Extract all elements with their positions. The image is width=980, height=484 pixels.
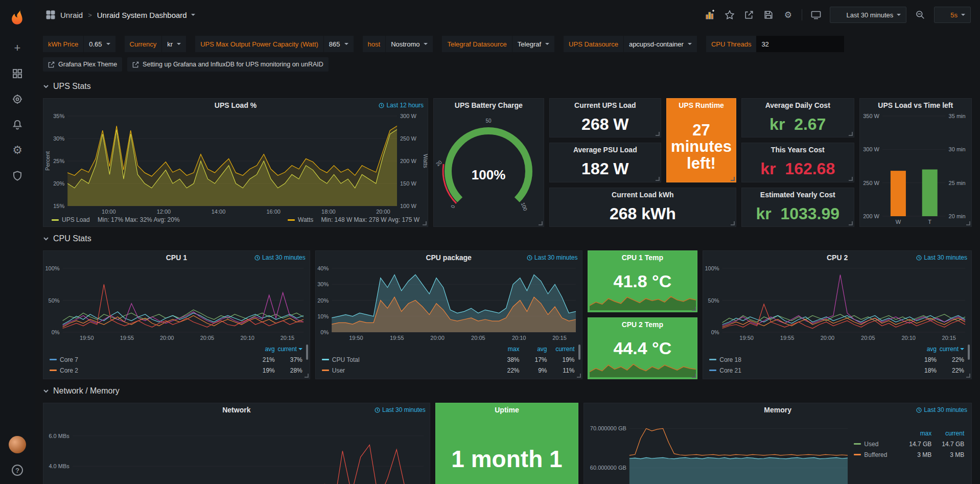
- legend-item[interactable]: UPS Load Min: 17% Max: 32% Avg: 20%: [52, 216, 180, 223]
- panel-title[interactable]: CPU 2 Temp: [622, 320, 663, 329]
- ups-vs-time-bars[interactable]: 200 W250 W300 W350 W20 min25 min30 min35…: [860, 112, 971, 226]
- zoom-out-icon[interactable]: [915, 9, 926, 20]
- svg-text:19:55: 19:55: [120, 335, 134, 341]
- add-panel-icon[interactable]: [705, 9, 716, 20]
- help-icon[interactable]: ?: [12, 465, 23, 476]
- legend-row: User 22%9%11%: [322, 365, 575, 376]
- panel-title[interactable]: CPU 1 Temp: [622, 253, 663, 262]
- configuration-gear-icon[interactable]: ⚙: [11, 144, 24, 156]
- legend-col-max[interactable]: max: [899, 430, 931, 437]
- svg-text:0%: 0%: [320, 329, 329, 335]
- legend-col-current[interactable]: current: [275, 345, 302, 353]
- variable-value-dropdown[interactable]: apcupsd-container: [624, 36, 697, 52]
- legend-col-avg[interactable]: avg: [909, 345, 937, 353]
- panel-title[interactable]: Average PSU Load: [573, 146, 637, 154]
- panel-title[interactable]: UPS Load vs Time left: [878, 101, 953, 109]
- panel-title[interactable]: Uptime: [495, 406, 519, 414]
- grafana-logo[interactable]: [7, 6, 28, 27]
- settings-gear-icon[interactable]: ⚙: [782, 9, 794, 20]
- panel-title[interactable]: This Years Cost: [771, 146, 825, 154]
- stat-value: 268 W: [581, 115, 628, 134]
- breadcrumb-folder[interactable]: Unraid: [60, 11, 83, 19]
- share-icon[interactable]: [743, 9, 755, 20]
- panel-title[interactable]: Average Daily Cost: [765, 101, 830, 109]
- variable-value-dropdown[interactable]: Telegraf: [512, 36, 554, 52]
- legend-series-toggle[interactable]: Buffered: [854, 451, 899, 458]
- time-range-picker[interactable]: Last 30 minutes: [830, 7, 906, 23]
- ups-load-chart[interactable]: 15%20%25%30%35%100 W150 W200 W250 W300 W…: [43, 112, 428, 216]
- dashboard-submenu: kWh Price 0.65 Currency kr UPS Max Outpu…: [35, 30, 980, 75]
- svg-text:100%: 100%: [45, 265, 59, 271]
- ups-load-legend: UPS Load Min: 17% Max: 32% Avg: 20% Watt…: [43, 216, 428, 226]
- legend-col-current[interactable]: current: [931, 430, 964, 437]
- clock-icon: [379, 103, 384, 108]
- legend-col-avg[interactable]: avg: [247, 345, 275, 353]
- legend-col-avg[interactable]: avg: [520, 345, 547, 353]
- panel-title[interactable]: UPS Runtime: [679, 101, 724, 109]
- cpu-package-chart[interactable]: 0%10%20%30%40%19:5019:5520:0020:0520:102…: [316, 264, 582, 342]
- variable-value-dropdown[interactable]: kr: [162, 36, 186, 52]
- stat-value: 1 month 1: [436, 445, 578, 473]
- legend-item[interactable]: Watts Min: 148 W Max: 278 W Avg: 175 W: [288, 216, 419, 223]
- legend-row: Core 7 21%37%: [50, 354, 302, 365]
- breadcrumb-dashboard-title[interactable]: Unraid System Dashboard: [97, 11, 187, 19]
- legend-series-toggle[interactable]: Core 7: [50, 356, 247, 363]
- panel-title[interactable]: UPS Load %: [215, 101, 256, 109]
- cpu2-chart[interactable]: 0%50%100%19:5019:5520:0020:0520:1020:15: [703, 264, 971, 342]
- link-grafana-plex-theme[interactable]: Grafana Plex Theme: [43, 57, 122, 72]
- network-chart[interactable]: 2.0 MBs4.0 MBs6.0 MBs: [43, 417, 430, 484]
- create-plus-icon[interactable]: +: [11, 42, 24, 54]
- legend-series-toggle[interactable]: CPU Total: [322, 356, 492, 363]
- link-ups-monitoring-guide[interactable]: Setting up Grafana and InfluxDB for UPS …: [127, 57, 329, 72]
- dashboard-links-row: Grafana Plex Theme Setting up Grafana an…: [43, 57, 972, 72]
- panel-title[interactable]: Current UPS Load: [574, 101, 636, 109]
- chevron-down-icon: [688, 43, 692, 45]
- panel-title[interactable]: Network: [222, 406, 250, 414]
- memory-chart[interactable]: 50.000000 GB60.000000 GB70.000000 GB: [584, 417, 854, 484]
- variable-value-dropdown[interactable]: 0.65: [84, 36, 115, 52]
- section-header-network-memory[interactable]: Network / Memory: [43, 379, 972, 403]
- section-header-cpu-stats[interactable]: CPU Stats: [43, 227, 972, 250]
- legend-col-current[interactable]: current: [547, 345, 575, 353]
- panel-title[interactable]: CPU package: [426, 253, 471, 262]
- panel-average-psu-load: Average PSU Load 182 W: [549, 143, 661, 182]
- star-icon[interactable]: [724, 9, 735, 20]
- panel-title[interactable]: CPU 1: [166, 253, 187, 262]
- panel-title[interactable]: Estimated Yearly Cost: [760, 191, 835, 199]
- stat-value: kr 2.67: [769, 115, 826, 134]
- chevron-down-icon[interactable]: [191, 14, 195, 16]
- legend-series-toggle[interactable]: Core 2: [50, 367, 247, 374]
- legend-row: Used 14.7 GB14.7 GB: [854, 439, 964, 449]
- legend-scrollbar[interactable]: [306, 344, 308, 360]
- panel-title[interactable]: Current Load kWh: [612, 191, 673, 199]
- variable-value-dropdown[interactable]: 865: [324, 36, 354, 52]
- save-icon[interactable]: [763, 9, 774, 20]
- cycle-view-tv-icon[interactable]: [810, 9, 822, 20]
- panel-title[interactable]: CPU 2: [827, 253, 848, 262]
- legend-series-toggle[interactable]: Core 18: [709, 356, 909, 363]
- panel-title[interactable]: Memory: [764, 406, 791, 414]
- user-avatar[interactable]: [9, 436, 26, 453]
- legend-col-max[interactable]: max: [492, 345, 520, 353]
- dashboards-icon[interactable]: [11, 67, 24, 80]
- legend-row: Core 18 18%22%: [709, 354, 964, 365]
- cpu-threads-input[interactable]: [756, 36, 844, 52]
- legend-series-toggle[interactable]: Core 21: [709, 367, 909, 374]
- cpu1-legend: avg current Core 7 21%37% Core 2 19%28%: [43, 342, 310, 379]
- legend-scrollbar[interactable]: [578, 344, 580, 360]
- legend-series-toggle[interactable]: User: [322, 367, 492, 374]
- time-range-label: Last 30 minutes: [846, 11, 893, 19]
- legend-series-toggle[interactable]: Used: [854, 441, 899, 448]
- variable-value-dropdown[interactable]: Nostromo: [386, 36, 433, 52]
- svg-text:20:00: 20:00: [430, 335, 445, 341]
- legend-col-current[interactable]: current: [937, 345, 964, 353]
- alerting-bell-icon[interactable]: [11, 119, 24, 131]
- row-network-memory: Network Last 30 minutes 2.0 MBs4.0 MBs6.…: [43, 403, 972, 484]
- section-header-ups-stats[interactable]: UPS Stats: [43, 75, 972, 98]
- admin-shield-icon[interactable]: [11, 170, 24, 182]
- refresh-picker[interactable]: 5s: [934, 7, 971, 23]
- explore-compass-icon[interactable]: [11, 93, 24, 105]
- cpu1-chart[interactable]: 0%50%100%19:5019:5520:0020:0520:1020:15: [43, 264, 310, 342]
- legend-scrollbar[interactable]: [968, 344, 970, 360]
- panel-title[interactable]: UPS Battery Charge: [455, 101, 523, 109]
